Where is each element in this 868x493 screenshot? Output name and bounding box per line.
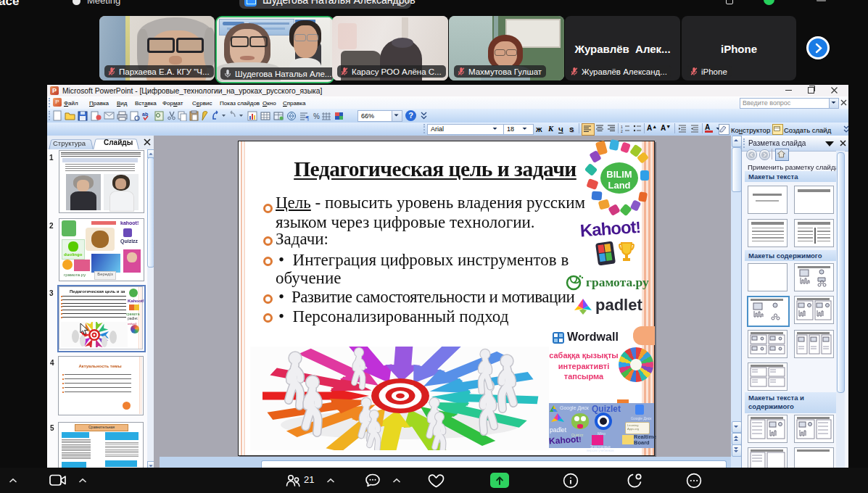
svg-text:ab: ab [142,112,148,117]
svg-text:%: % [313,112,320,120]
svg-text:¶: ¶ [306,115,309,121]
svg-text:2: 2 [621,129,623,133]
